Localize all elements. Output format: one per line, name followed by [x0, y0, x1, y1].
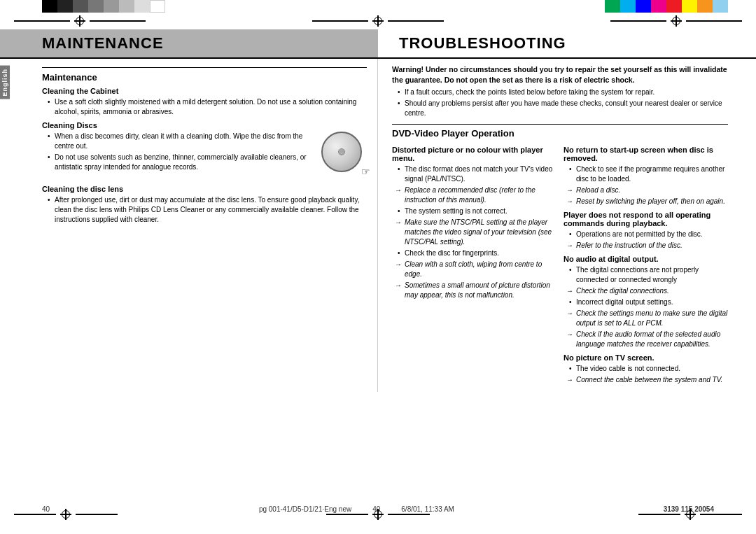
bottom-reg-area [0, 507, 756, 521]
section-header: MAINTENANCE TROUBLESHOOTING [0, 29, 756, 59]
lens-list: After prolonged use, dirt or dust may ac… [42, 195, 367, 225]
no-audio-heading: No audio at digital output. [564, 255, 728, 263]
maintenance-title: MAINTENANCE [42, 34, 164, 52]
player-no-respond-list: Operations are not permitted by the disc… [564, 230, 728, 239]
maintenance-heading: Maintenance [42, 72, 367, 83]
discs-list: When a disc becomes dirty, clean it with… [42, 132, 367, 172]
top-color-bar [0, 0, 756, 13]
no-picture-arrow1: Connect the cable between the system and… [564, 375, 728, 385]
color-block-black2 [57, 0, 73, 13]
fault-list: If a fault occurs, check the points list… [392, 87, 728, 118]
lens-item: After prolonged use, dirt or dust may ac… [48, 195, 367, 225]
color-block-gray4 [119, 0, 134, 13]
color-block-red [666, 0, 682, 13]
language-tab: English [0, 66, 10, 99]
top-bar-left [0, 0, 378, 13]
distorted-item3: Check the disc for fingerprints. [398, 248, 556, 258]
color-block-black1 [42, 0, 57, 13]
player-no-respond-heading: Player does not respond to all operating… [564, 211, 728, 227]
distorted-arrow3: Clean with a soft cloth, wiping from cen… [392, 260, 556, 279]
reg-mark-left [73, 14, 87, 28]
color-block-ltblue [713, 0, 728, 13]
color-block-gray1 [73, 0, 88, 13]
no-return-arrow1: Reload a disc. [564, 185, 728, 195]
color-block-white [150, 0, 165, 13]
maintenance-column: English Maintenance Cleaning the Cabinet… [0, 59, 378, 392]
no-audio-arrow3: Check if the audio format of the selecte… [564, 330, 728, 349]
color-block-yellow [682, 0, 697, 13]
no-audio-list: The digital connections are not properly… [564, 265, 728, 285]
color-block-gray3 [104, 0, 119, 13]
distorted-heading: Distorted picture or no colour with play… [392, 146, 556, 162]
distorted-arrow1: Replace a recommended disc (refer to the… [392, 185, 556, 205]
discs-heading: Cleaning Discs [42, 121, 367, 129]
fault-item1: If a fault occurs, check the points list… [398, 87, 728, 97]
warning-text: Warning! Under no circumstances should y… [392, 64, 728, 85]
reg-mark-center [371, 14, 385, 28]
color-block-blue [636, 0, 651, 13]
player-no-respond-item1: Operations are not permitted by the disc… [569, 230, 728, 239]
top-bar-right [378, 0, 756, 13]
color-blocks-right [605, 0, 728, 13]
cabinet-list: Use a soft cloth slightly moistened with… [42, 97, 367, 117]
no-audio-arrow1: Check the digital connections. [564, 286, 728, 296]
reg-mark-bottom-right [683, 507, 697, 521]
registration-marks-top [0, 13, 756, 29]
distorted-arrow2: Make sure the NTSC/PAL setting at the pl… [392, 218, 556, 247]
distorted-list2: The system setting is not correct. [392, 206, 556, 216]
distorted-arrow4: Sometimes a small amount of picture dist… [392, 281, 556, 300]
color-blocks-left [42, 0, 165, 13]
troubleshooting-right-sub: No return to start-up screen when disc i… [564, 141, 728, 386]
color-block-magenta [651, 0, 666, 13]
no-audio-item1: The digital connections are not properly… [569, 265, 728, 285]
troubleshooting-header: TROUBLESHOOTING [378, 29, 756, 57]
troubleshooting-two-col: Distorted picture or no colour with play… [392, 141, 728, 386]
discs-item1: When a disc becomes dirty, clean it with… [48, 132, 367, 151]
discs-item2: Do not use solvents such as benzine, thi… [48, 153, 367, 172]
color-block-orange [697, 0, 713, 13]
troubleshooting-left-sub: Distorted picture or no colour with play… [392, 141, 556, 386]
troubleshooting-column: Warning! Under no circumstances should y… [378, 59, 756, 392]
main-content: English Maintenance Cleaning the Cabinet… [0, 59, 756, 392]
no-audio-arrow2: Check the settings menu to make sure the… [564, 309, 728, 328]
dvd-section-title: DVD-Video Player Operation [392, 124, 728, 139]
no-return-heading: No return to start-up screen when disc i… [564, 146, 728, 162]
no-return-item1: Check to see if the programme requires a… [569, 164, 728, 184]
reg-mark-right [669, 14, 683, 28]
color-block-cyan [620, 0, 636, 13]
color-block-gray2 [88, 0, 104, 13]
distorted-list3: Check the disc for fingerprints. [392, 248, 556, 258]
distorted-item2: The system setting is not correct. [398, 206, 556, 216]
cabinet-item: Use a soft cloth slightly moistened with… [48, 97, 367, 117]
no-audio-item2: Incorrect digital output settings. [569, 297, 728, 307]
distorted-list: The disc format does not match your TV's… [392, 164, 556, 184]
lens-heading: Cleaning the disc lens [42, 185, 367, 193]
color-block-gray5 [134, 0, 150, 13]
maintenance-divider [42, 67, 367, 68]
no-picture-list: The video cable is not connected. [564, 364, 728, 374]
reg-mark-bottom-left [59, 507, 73, 521]
distorted-item1: The disc format does not match your TV's… [398, 164, 556, 184]
no-return-list: Check to see if the programme requires a… [564, 164, 728, 184]
cabinet-heading: Cleaning the Cabinet [42, 87, 367, 95]
discs-section: ☞ When a disc becomes dirty, clean it wi… [42, 132, 367, 181]
player-no-respond-arrow1: Refer to the instruction of the disc. [564, 241, 728, 251]
no-picture-heading: No picture on TV screen. [564, 353, 728, 362]
color-block-green [605, 0, 620, 13]
reg-mark-bottom-center [371, 507, 385, 521]
troubleshooting-title: TROUBLESHOOTING [399, 34, 566, 52]
fault-item2: Should any problems persist after you ha… [398, 99, 728, 118]
maintenance-header: MAINTENANCE [0, 29, 378, 57]
no-picture-item1: The video cable is not connected. [569, 364, 728, 374]
no-audio-list2: Incorrect digital output settings. [564, 297, 728, 307]
no-return-arrow2: Reset by switching the player off, then … [564, 197, 728, 206]
